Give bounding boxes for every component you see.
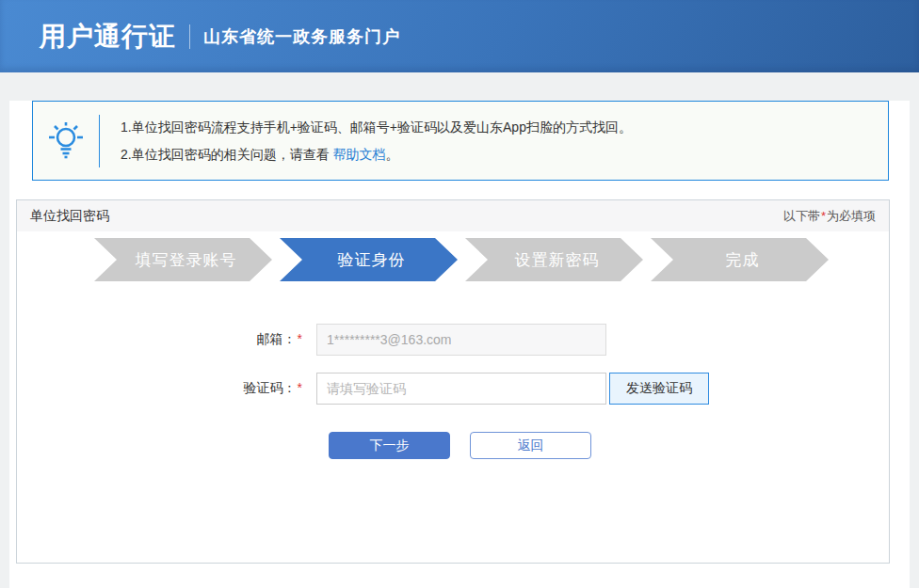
code-input[interactable] [316,373,606,405]
step-wizard: 填写登录账号 验证身份 设置新密码 完成 [17,238,889,281]
next-step-button[interactable]: 下一步 [329,432,450,459]
code-row: 验证码：* 发送验证码 [17,373,889,405]
step-verify-identity: 验证身份 [280,238,458,281]
notice-text: 1.单位找回密码流程支持手机+验证码、邮箱号+验证码以及爱山东App扫脸的方式找… [100,114,632,168]
tips-box: 1.单位找回密码流程支持手机+验证码、邮箱号+验证码以及爱山东App扫脸的方式找… [32,101,889,181]
required-star: * [821,209,826,223]
back-button[interactable]: 返回 [470,432,591,459]
email-row: 邮箱：* [17,324,889,356]
lightbulb-icon [33,120,99,162]
required-hint: 以下带*为必填项 [783,208,876,225]
email-label: 邮箱：* [17,331,316,348]
page-header: 用户通行证 山东省统一政务服务门户 [0,0,919,72]
verify-form: 邮箱：* 验证码：* 发送验证码 下一步 返回 [17,324,889,459]
app-title: 用户通行证 [40,19,176,55]
email-field [316,324,606,356]
portal-subtitle: 山东省统一政务服务门户 [203,25,400,48]
step-fill-account: 填写登录账号 [94,238,272,281]
send-code-button[interactable]: 发送验证码 [609,373,709,405]
section-title: 单位找回密码 [30,208,109,225]
step-set-new-password: 设置新密码 [465,238,643,281]
notice-line-2: 2.单位找回密码的相关问题，请查看 帮助文档。 [121,141,632,168]
notice-line-1: 1.单位找回密码流程支持手机+验证码、邮箱号+验证码以及爱山东App扫脸的方式找… [121,114,632,141]
code-label: 验证码：* [17,380,316,397]
title-divider [189,24,190,49]
help-doc-link[interactable]: 帮助文档 [333,147,386,162]
email-required-star: * [298,331,302,346]
step-finish: 完成 [651,238,829,281]
recover-password-panel: 单位找回密码 以下带*为必填项 填写登录账号 验证身份 设置新密码 完成 邮箱：… [16,199,890,564]
action-buttons: 下一步 返回 [17,432,889,459]
content-card: 1.单位找回密码流程支持手机+验证码、邮箱号+验证码以及爱山东App扫脸的方式找… [9,101,910,588]
code-required-star: * [298,380,302,395]
section-bar: 单位找回密码 以下带*为必填项 [17,200,889,231]
